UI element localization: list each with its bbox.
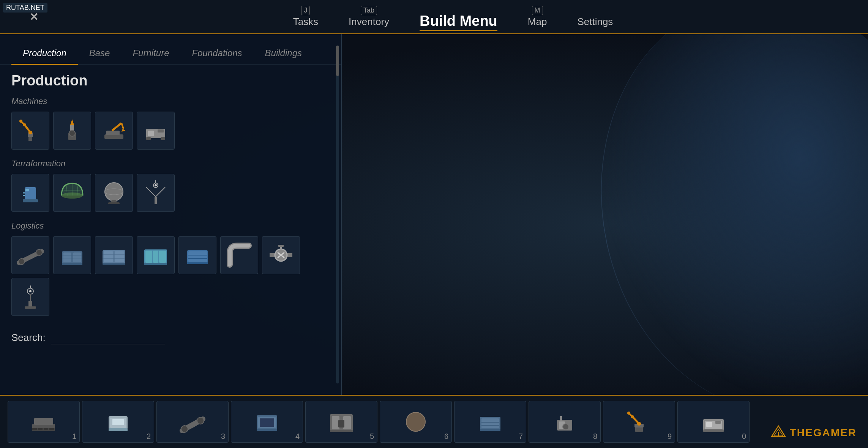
subtitle-logistics: Logistics [11,221,330,231]
hotbar-num-4: 4 [295,432,300,441]
main-content: Production Base Furniture Foundations Bu… [0,34,868,395]
svg-rect-117 [703,429,724,432]
svg-rect-100 [481,418,499,428]
tasks-label: Tasks [293,16,318,28]
inventory-label: Inventory [349,16,389,28]
search-row: Search: [11,325,330,350]
svg-point-31 [105,183,123,201]
machine-arm-item[interactable] [11,112,49,150]
svg-line-13 [112,123,122,131]
nav-item-tasks[interactable]: J Tasks [293,6,318,28]
panel-scroll[interactable]: Production Machines [0,65,341,395]
svg-point-41 [19,259,25,265]
terra-tank-item[interactable] [11,174,49,212]
hotbar-num-3: 3 [221,432,225,441]
log-container-m-item[interactable] [95,236,133,274]
hotbar-slot-9[interactable]: 9 [603,401,675,443]
terra-dome-item[interactable] [53,174,91,212]
tab-furniture[interactable]: Furniture [121,42,180,65]
hotbar-slot-8[interactable]: 8 [529,401,601,443]
hotbar-slot-6[interactable]: 6 [380,401,452,443]
svg-rect-85 [112,419,124,425]
log-container-s-item[interactable] [53,236,91,274]
hotbar-num-1: 1 [72,432,76,441]
tab-foundations[interactable]: Foundations [181,42,254,65]
tab-buildings[interactable]: Buildings [254,42,313,65]
svg-rect-80 [44,428,48,430]
hotbar-num-9: 9 [668,432,672,441]
svg-rect-23 [25,189,29,191]
search-input[interactable] [51,331,165,344]
nav-item-inventory[interactable]: Tab Inventory [349,6,389,28]
thegamer-text: THEGAMER [790,427,857,439]
svg-rect-59 [144,263,167,265]
svg-rect-56 [145,251,152,263]
map-key: M [532,6,543,15]
log-sensor-item[interactable] [11,278,49,316]
hotbar-num-7: 7 [519,432,523,441]
watermark: RUTAB.NET [3,3,47,13]
hotbar-slot-1[interactable]: 1 [8,401,80,443]
hotbar-slot-5[interactable]: 5 [305,401,377,443]
log-pipe-bend-item[interactable] [220,236,258,274]
svg-point-86 [181,426,188,432]
hotbar-slot-0[interactable]: 0 [677,401,750,443]
machine-unit-item[interactable] [137,112,175,150]
svg-rect-84 [109,428,128,431]
svg-rect-50 [104,251,113,262]
hotbar-slot-7[interactable]: 7 [454,401,526,443]
svg-line-14 [122,123,123,129]
map-label: Map [528,16,547,28]
terraformation-grid [11,174,330,212]
svg-rect-79 [38,428,43,430]
svg-rect-17 [148,131,154,136]
scroll-indicator [336,46,339,383]
nav-item-map[interactable]: M Map [528,6,547,28]
svg-rect-81 [49,428,54,430]
hotbar-slot-3[interactable]: 3 [156,401,229,443]
svg-rect-90 [260,418,274,427]
svg-rect-44 [63,252,71,262]
svg-rect-19 [146,137,151,140]
svg-line-37 [156,187,165,197]
log-container-l-item[interactable] [137,236,175,274]
svg-rect-119 [715,421,721,424]
hotbar-num-2: 2 [147,432,151,441]
logistics-grid [11,236,330,316]
tab-base[interactable]: Base [78,42,122,65]
svg-rect-12 [106,131,120,135]
build-menu-label: Build Menu [420,13,497,31]
svg-rect-64 [187,262,208,264]
machines-grid [11,112,330,150]
machine-excavator-item[interactable] [95,112,133,150]
section-title: Production [11,73,330,89]
svg-rect-76 [34,418,53,425]
hotbar-num-8: 8 [593,432,597,441]
terra-sphere-item[interactable] [95,174,133,212]
subtitle-terraformation: Terraformation [11,159,330,169]
svg-point-112 [637,422,641,426]
svg-rect-35 [155,197,157,204]
svg-rect-95 [338,420,344,427]
svg-point-5 [23,123,26,126]
nav-item-build-menu[interactable]: — Build Menu [420,3,497,31]
svg-point-113 [631,415,634,418]
tasks-key: J [301,6,310,15]
search-label: Search: [11,332,46,344]
tab-production[interactable]: Production [11,42,78,65]
hotbar: 1 2 3 4 [0,395,868,448]
svg-rect-48 [62,263,82,265]
svg-rect-78 [32,428,37,430]
hotbar-slot-2[interactable]: 2 [82,401,154,443]
log-container-xl-item[interactable] [178,236,216,274]
machine-drill-item[interactable] [53,112,91,150]
hotbar-slot-4[interactable]: 4 [231,401,303,443]
log-conveyor-item[interactable] [11,236,49,274]
log-valve-item[interactable] [262,236,300,274]
svg-marker-15 [122,129,125,132]
svg-rect-51 [115,251,124,262]
terra-antenna-item[interactable] [137,174,175,212]
hotbar-num-5: 5 [370,432,374,441]
nav-item-settings[interactable]: — Settings [577,6,613,28]
svg-rect-45 [73,252,81,262]
